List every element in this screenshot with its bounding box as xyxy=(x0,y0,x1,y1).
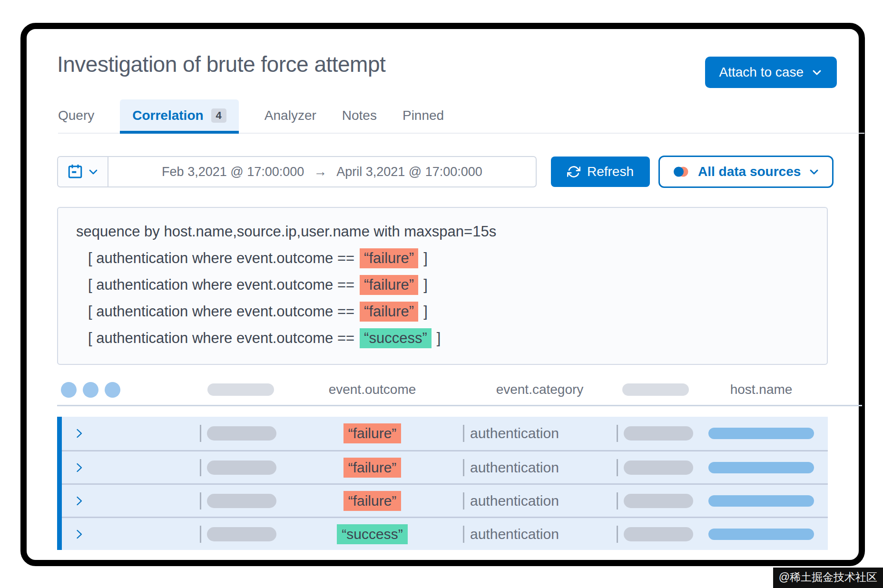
investigation-card: Investigation of brute force attempt Att… xyxy=(20,23,865,566)
results-table-header: event.outcome event.category host.name xyxy=(57,377,828,402)
correlation-query-editor[interactable]: sequence by host.name,source.ip,user.nam… xyxy=(57,207,828,365)
date-picker-menu-button[interactable] xyxy=(58,157,108,186)
tab-pinned[interactable]: Pinned xyxy=(402,99,444,133)
event-outcome-value: “failure” xyxy=(343,458,402,478)
refresh-icon xyxy=(567,165,580,178)
overlapping-circles-icon xyxy=(672,165,690,179)
clause-prefix: [ authentication where event.outcome == xyxy=(88,303,354,320)
calendar-icon xyxy=(67,163,84,180)
header-action-dot[interactable] xyxy=(61,382,77,398)
watermark: @稀土掘金技术社区 xyxy=(773,568,883,588)
clause-value-success: “success” xyxy=(360,328,432,348)
clause-value-failure: “failure” xyxy=(360,302,418,322)
chevron-right-icon xyxy=(73,426,85,441)
date-range-picker: Feb 3,2021 @ 17:00:000 → April 3,2021 @ … xyxy=(57,156,537,187)
tab-analyzer[interactable]: Analyzer xyxy=(265,99,316,133)
cell-divider xyxy=(463,459,464,476)
attach-to-case-button[interactable]: Attach to case xyxy=(705,57,837,88)
column-header-host-name[interactable]: host.name xyxy=(695,382,828,397)
chevron-right-icon xyxy=(73,461,85,475)
header-divider xyxy=(57,405,862,406)
host-name-pill xyxy=(708,495,814,507)
redacted-cell-pill xyxy=(207,426,276,441)
tab-query[interactable]: Query xyxy=(58,99,94,133)
tab-notes[interactable]: Notes xyxy=(342,99,377,133)
clause-prefix: [ authentication where event.outcome == xyxy=(88,276,354,294)
event-outcome-value: “failure” xyxy=(343,491,402,511)
clause-prefix: [ authentication where event.outcome == xyxy=(88,330,354,347)
column-header-event-outcome[interactable]: event.outcome xyxy=(282,382,463,397)
chevron-down-icon xyxy=(811,67,823,78)
tab-correlation-badge: 4 xyxy=(211,108,226,123)
clause-suffix: ] xyxy=(423,250,428,267)
tab-bar: Query Correlation 4 Analyzer Notes Pinne… xyxy=(58,99,864,134)
redacted-cell-pill xyxy=(207,527,276,541)
date-range-value[interactable]: Feb 3,2021 @ 17:00:000 → April 3,2021 @ … xyxy=(108,157,536,186)
event-category-value: authentication xyxy=(470,526,559,542)
all-data-sources-label: All data sources xyxy=(698,164,801,179)
query-clause: [ authentication where event.outcome == … xyxy=(88,272,817,298)
clause-suffix: ] xyxy=(437,330,441,347)
expand-row-button[interactable] xyxy=(62,494,200,508)
host-name-pill xyxy=(708,428,814,439)
table-row[interactable]: “failure” authentication xyxy=(62,450,828,483)
event-category-value: authentication xyxy=(470,460,559,476)
redacted-cell-pill xyxy=(207,461,276,475)
chevron-down-icon xyxy=(88,166,99,177)
redacted-cell-pill xyxy=(207,494,276,508)
redacted-cell-pill xyxy=(624,426,693,441)
table-row[interactable]: “success” authentication xyxy=(62,517,828,550)
date-start: Feb 3,2021 @ 17:00:000 xyxy=(162,165,304,179)
chevron-right-icon xyxy=(73,494,85,508)
host-name-pill xyxy=(708,462,814,473)
event-category-value: authentication xyxy=(470,493,559,509)
event-category-value: authentication xyxy=(470,425,559,441)
refresh-label: Refresh xyxy=(587,164,634,179)
column-placeholder-pill xyxy=(207,383,274,396)
clause-value-failure: “failure” xyxy=(360,248,418,268)
cell-divider xyxy=(463,425,464,442)
tab-query-label: Query xyxy=(58,108,94,123)
chevron-right-icon xyxy=(73,527,85,541)
tab-notes-label: Notes xyxy=(342,108,377,123)
cell-divider xyxy=(617,526,618,543)
host-name-pill xyxy=(708,529,814,540)
tab-correlation[interactable]: Correlation 4 xyxy=(120,99,239,133)
clause-value-failure: “failure” xyxy=(360,275,418,295)
redacted-cell-pill xyxy=(624,494,693,508)
page-title: Investigation of brute force attempt xyxy=(57,52,385,77)
cell-divider xyxy=(617,492,618,510)
chevron-down-icon xyxy=(808,166,820,177)
expand-row-button[interactable] xyxy=(62,426,200,441)
event-outcome-value: “failure” xyxy=(343,423,402,443)
cell-divider xyxy=(200,492,201,510)
cell-divider xyxy=(463,492,464,510)
cell-divider xyxy=(617,459,618,476)
event-outcome-value: “success” xyxy=(337,524,407,544)
table-row[interactable]: “failure” authentication xyxy=(62,417,828,450)
expand-row-button[interactable] xyxy=(62,461,200,475)
date-end: April 3,2021 @ 17:00:000 xyxy=(336,165,482,179)
refresh-button[interactable]: Refresh xyxy=(551,157,650,187)
header-action-dot[interactable] xyxy=(83,382,98,398)
tab-pinned-label: Pinned xyxy=(402,108,444,123)
arrow-right-icon: → xyxy=(314,164,327,179)
redacted-cell-pill xyxy=(624,527,693,541)
card-header: Investigation of brute force attempt Att… xyxy=(57,52,837,88)
cell-divider xyxy=(200,459,201,476)
query-clause: [ authentication where event.outcome == … xyxy=(88,245,817,272)
attach-to-case-label: Attach to case xyxy=(719,65,804,80)
cell-divider xyxy=(463,526,464,543)
toolbar: Feb 3,2021 @ 17:00:000 → April 3,2021 @ … xyxy=(57,156,837,188)
redacted-cell-pill xyxy=(624,461,693,475)
column-header-event-category[interactable]: event.category xyxy=(463,382,617,397)
header-action-dot[interactable] xyxy=(105,382,120,398)
table-row[interactable]: “failure” authentication xyxy=(62,483,828,517)
tab-analyzer-label: Analyzer xyxy=(265,108,316,123)
cell-divider xyxy=(200,526,201,543)
all-data-sources-button[interactable]: All data sources xyxy=(658,156,834,188)
header-actions xyxy=(57,382,200,398)
column-placeholder-pill xyxy=(622,383,689,396)
tab-correlation-label: Correlation xyxy=(132,108,203,123)
expand-row-button[interactable] xyxy=(62,527,200,541)
